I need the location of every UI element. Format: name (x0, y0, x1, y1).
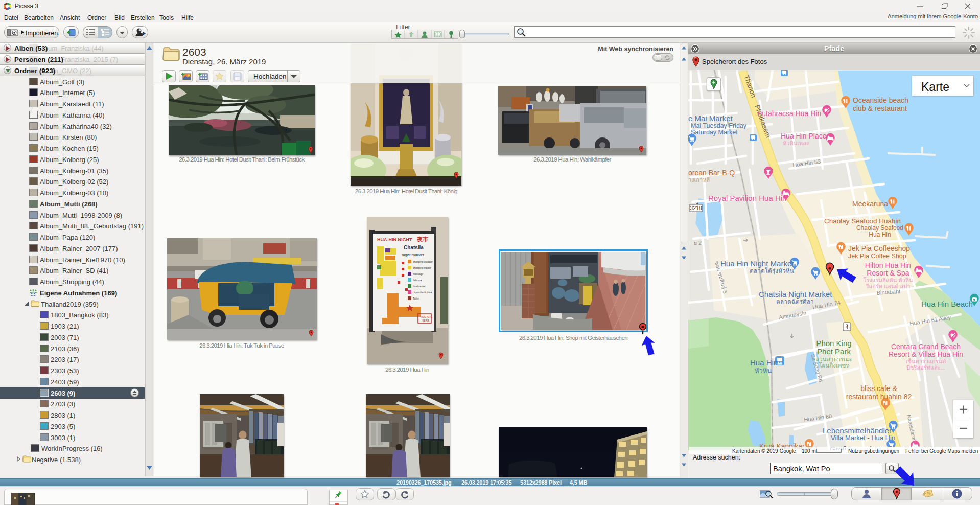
svg-text:bliss cafe &: bliss cafe & (860, 384, 897, 393)
svg-text:สวนสาธารณะ: สวนสาธารณะ (815, 356, 852, 362)
svg-text:เซ็นทาราแกรนด์: เซ็นทาราแกรนด์ (906, 358, 946, 364)
svg-text:Resort & Villas Hua Hin: Resort & Villas Hua Hin (889, 350, 963, 358)
svg-text:shopping indoor: shopping indoor (413, 266, 431, 269)
svg-text:Meekaruna: Meekaruna (852, 200, 888, 208)
svg-text:restaurant huahin 82: restaurant huahin 82 (846, 393, 912, 401)
svg-text:e Mai Market: e Mai Market (688, 114, 733, 123)
svg-text:club & restaurant: club & restaurant (853, 104, 907, 112)
svg-text:fish spa: fish spa (413, 279, 422, 282)
svg-text:Villa Market - Hua Hin: Villa Market - Hua Hin (831, 434, 895, 442)
svg-text:Hua Hin Night Market: Hua Hin Night Market (720, 259, 794, 268)
svg-text:massage: massage (413, 272, 424, 276)
svg-text:HERE: HERE (422, 319, 430, 322)
svg-text:Toilet: Toilet (413, 297, 419, 300)
svg-text:Centara Grand Beach: Centara Grand Beach (891, 342, 961, 351)
svg-text:4: 4 (846, 325, 849, 330)
svg-text:บีชรีสอร์ทและ...: บีชรีสอร์ทและ... (906, 364, 945, 371)
svg-text:Chatsila: Chatsila (404, 245, 424, 250)
svg-text:Hua Hin Beach: Hua Hin Beach (921, 300, 973, 308)
svg-text:โผนกิ่งเพชร: โผนกิ่งเพชร (819, 361, 849, 369)
svg-text:YOU ARE: YOU ARE (420, 315, 433, 318)
svg-text:Resort & Spa: Resort & Spa (867, 269, 909, 277)
svg-text:food center: food center (413, 285, 426, 288)
svg-text:หัวหิน: หัวหิน (755, 367, 772, 375)
svg-text:Hua Hin: Hua Hin (869, 231, 891, 238)
svg-text:รีสอร์ท แอนด์ สปา: รีสอร์ท แอนด์ สปา (866, 283, 911, 289)
svg-text:orean Bar-B-Q: orean Bar-B-Q (688, 169, 735, 177)
svg-text:างเกาหลี: างเกาหลี (688, 177, 710, 183)
svg-text:夜市: 夜市 (416, 236, 428, 242)
svg-text:shopping outdoor: shopping outdoor (413, 260, 433, 263)
svg-text:ตลาดฉัตรศิลา: ตลาดฉัตรศิลา (776, 298, 814, 305)
svg-text:3218: 3218 (690, 205, 702, 211)
svg-text:หัวหินเพลส: หัวหินเพลส (783, 140, 810, 146)
svg-text:Chaolay Seafood: Chaolay Seafood (856, 224, 903, 232)
svg-text:Chaolay Seafood Huahin: Chaolay Seafood Huahin (824, 217, 901, 225)
svg-text:โรงแรมฮิลตัน หัวหิน: โรงแรมฮิลตัน หัวหิน (864, 277, 913, 283)
svg-text:Putahracsa Hua Hin: Putahracsa Hua Hin (757, 109, 821, 118)
svg-text:ย 2: ย 2 (694, 240, 702, 246)
svg-text:Oceanside beach: Oceanside beach (853, 96, 908, 104)
svg-text:Hua Hin: Hua Hin (750, 358, 778, 367)
svg-text:Liquor&soft drink: Liquor&soft drink (413, 291, 432, 294)
svg-text:HUA-HIN NIGHT: HUA-HIN NIGHT (377, 237, 412, 242)
svg-text:ตลาดโต้รุ่งหัวหิน: ตลาดโต้รุ่งหัวหิน (750, 267, 794, 275)
svg-text:Phet Park: Phet Park (817, 347, 851, 356)
svg-text:night market: night market (402, 252, 425, 257)
svg-text:Hua Hin Place: Hua Hin Place (781, 132, 827, 140)
svg-text:Mai Tuesday Friday: Mai Tuesday Friday (691, 122, 747, 129)
svg-text:Saturday Market: Saturday Market (691, 129, 738, 136)
svg-text:Royal Pavilion Hua Hin: Royal Pavilion Hua Hin (708, 194, 786, 202)
svg-text:Phon King: Phon King (816, 339, 851, 348)
svg-text:Hilton Hua Hin: Hilton Hua Hin (865, 261, 911, 269)
